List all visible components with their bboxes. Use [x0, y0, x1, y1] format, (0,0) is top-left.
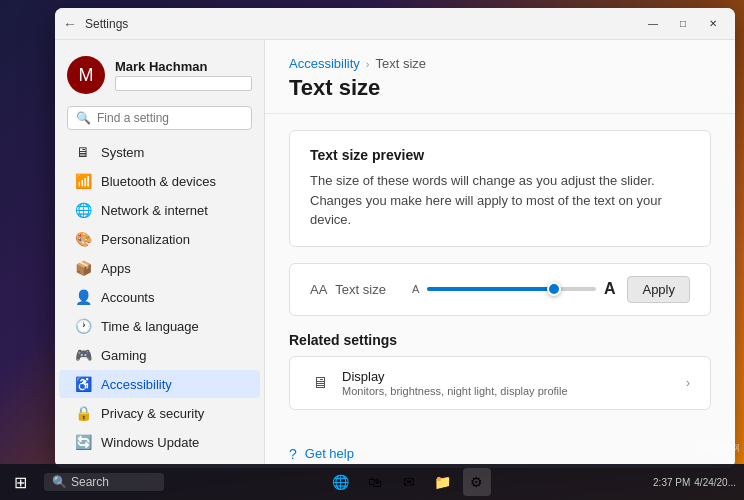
- breadcrumb-parent[interactable]: Accessibility: [289, 56, 360, 71]
- slider-small-a: A: [412, 283, 419, 295]
- taskbar-icon-settings[interactable]: ⚙: [463, 468, 491, 496]
- sidebar: M Mark Hachman 🔍 🖥 System �: [55, 40, 265, 468]
- related-settings-section: Related settings 🖥 Display Monitors, bri…: [289, 332, 711, 410]
- sidebar-item-label-gaming: Gaming: [101, 348, 147, 363]
- page-title: Text size: [289, 75, 711, 101]
- get-help-link[interactable]: ? Get help: [289, 442, 711, 466]
- time-icon: 🕐: [75, 318, 91, 334]
- slider-large-a: A: [604, 280, 616, 298]
- sidebar-item-gaming[interactable]: 🎮 Gaming: [59, 341, 260, 369]
- sidebar-item-accounts[interactable]: 👤 Accounts: [59, 283, 260, 311]
- help-icon: ?: [289, 446, 297, 462]
- user-info: Mark Hachman: [115, 59, 252, 91]
- sidebar-item-privacy[interactable]: 🔒 Privacy & security: [59, 399, 260, 427]
- bluetooth-icon: 📶: [75, 173, 91, 189]
- sidebar-item-windows-update[interactable]: 🔄 Windows Update: [59, 428, 260, 456]
- sidebar-item-label-system: System: [101, 145, 144, 160]
- slider-label: AA Text size: [310, 282, 400, 297]
- sidebar-item-label-personalization: Personalization: [101, 232, 190, 247]
- sidebar-item-bluetooth[interactable]: 📶 Bluetooth & devices: [59, 167, 260, 195]
- accounts-icon: 👤: [75, 289, 91, 305]
- page-header: Accessibility › Text size Text size: [265, 40, 735, 114]
- user-section: M Mark Hachman: [55, 48, 264, 102]
- taskbar-icon-explorer[interactable]: 📁: [429, 468, 457, 496]
- display-item-name: Display: [342, 369, 674, 384]
- slider-text-label: Text size: [335, 282, 386, 297]
- accessibility-icon: ♿: [75, 376, 91, 392]
- slider-thumb[interactable]: [547, 282, 561, 296]
- back-button[interactable]: ←: [63, 16, 77, 32]
- privacy-icon: 🔒: [75, 405, 91, 421]
- system-icon: 🖥: [75, 144, 91, 160]
- sidebar-item-time[interactable]: 🕐 Time & language: [59, 312, 260, 340]
- main-content: Accessibility › Text size Text size Text…: [265, 40, 735, 468]
- search-box[interactable]: 🔍: [67, 106, 252, 130]
- taskbar-icon-edge[interactable]: 🌐: [327, 468, 355, 496]
- display-item-desc: Monitors, brightness, night light, displ…: [342, 385, 674, 397]
- sidebar-item-label-time: Time & language: [101, 319, 199, 334]
- taskbar-search[interactable]: 🔍 Search: [44, 473, 164, 491]
- taskbar-icon-store[interactable]: 🛍: [361, 468, 389, 496]
- start-button[interactable]: ⊞: [0, 464, 40, 500]
- display-icon: 🖥: [310, 374, 330, 392]
- links-section: ? Get help 😊 Give feedback: [265, 434, 735, 469]
- display-chevron-icon: ›: [686, 376, 690, 390]
- slider-fill: [427, 287, 553, 291]
- watermark: 快马导航网: [695, 442, 740, 455]
- slider-track[interactable]: [427, 287, 596, 291]
- sidebar-item-apps[interactable]: 📦 Apps: [59, 254, 260, 282]
- related-settings-title: Related settings: [289, 332, 711, 348]
- slider-container: A A: [412, 280, 615, 298]
- maximize-button[interactable]: □: [669, 14, 697, 34]
- sidebar-item-label-apps: Apps: [101, 261, 131, 276]
- close-button[interactable]: ✕: [699, 14, 727, 34]
- sidebar-item-personalization[interactable]: 🎨 Personalization: [59, 225, 260, 253]
- sidebar-item-label-bluetooth: Bluetooth & devices: [101, 174, 216, 189]
- search-input[interactable]: [97, 111, 243, 125]
- avatar: M: [67, 56, 105, 94]
- taskbar-center: 🌐 🛍 ✉ 📁 ⚙: [164, 468, 653, 496]
- title-bar: ← Settings — □ ✕: [55, 8, 735, 40]
- apps-icon: 📦: [75, 260, 91, 276]
- personalization-icon: 🎨: [75, 231, 91, 247]
- settings-window: ← Settings — □ ✕ M Mark Hachman: [55, 8, 735, 468]
- desktop: ← Settings — □ ✕ M Mark Hachman: [0, 0, 744, 500]
- sidebar-item-network[interactable]: 🌐 Network & internet: [59, 196, 260, 224]
- taskbar: ⊞ 🔍 Search 🌐 🛍 ✉ 📁 ⚙ 2:37 PM 4/24/20...: [0, 464, 744, 500]
- window-controls: — □ ✕: [639, 14, 727, 34]
- preview-title: Text size preview: [310, 147, 690, 163]
- settings-body: M Mark Hachman 🔍 🖥 System �: [55, 40, 735, 468]
- window-title: Settings: [81, 17, 639, 31]
- content-section: Text size preview The size of these word…: [265, 114, 735, 434]
- sidebar-item-label-privacy: Privacy & security: [101, 406, 204, 421]
- sidebar-item-label-accounts: Accounts: [101, 290, 154, 305]
- gaming-icon: 🎮: [75, 347, 91, 363]
- display-item-text: Display Monitors, brightness, night ligh…: [342, 369, 674, 397]
- network-icon: 🌐: [75, 202, 91, 218]
- taskbar-search-label: Search: [71, 475, 109, 489]
- taskbar-date: 4/24/20...: [694, 477, 736, 488]
- breadcrumb-separator: ›: [366, 58, 370, 70]
- text-size-aa-icon: AA: [310, 282, 327, 297]
- user-account-box: [115, 76, 252, 91]
- minimize-button[interactable]: —: [639, 14, 667, 34]
- sidebar-item-label-accessibility: Accessibility: [101, 377, 172, 392]
- display-setting-item[interactable]: 🖥 Display Monitors, brightness, night li…: [289, 356, 711, 410]
- sidebar-item-label-update: Windows Update: [101, 435, 199, 450]
- sidebar-item-system[interactable]: 🖥 System: [59, 138, 260, 166]
- user-name: Mark Hachman: [115, 59, 252, 74]
- sidebar-item-accessibility[interactable]: ♿ Accessibility: [59, 370, 260, 398]
- breadcrumb: Accessibility › Text size: [289, 56, 711, 71]
- taskbar-icon-mail[interactable]: ✉: [395, 468, 423, 496]
- get-help-label: Get help: [305, 446, 354, 461]
- watermark-text: 快马导航网: [695, 443, 740, 453]
- breadcrumb-current: Text size: [375, 56, 426, 71]
- apply-button[interactable]: Apply: [627, 276, 690, 303]
- preview-box: Text size preview The size of these word…: [289, 130, 711, 247]
- text-size-slider-row: AA Text size A A Apply: [289, 263, 711, 316]
- taskbar-time: 2:37 PM: [653, 477, 690, 488]
- update-icon: 🔄: [75, 434, 91, 450]
- taskbar-search-icon: 🔍: [52, 475, 67, 489]
- search-icon: 🔍: [76, 111, 91, 125]
- preview-text: The size of these words will change as y…: [310, 171, 690, 230]
